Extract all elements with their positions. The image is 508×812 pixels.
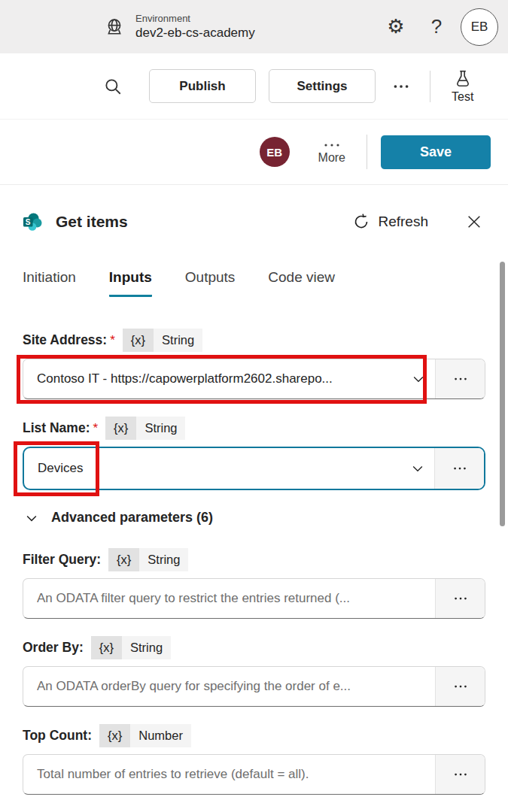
list-name-field (23, 447, 485, 490)
settings-button[interactable]: Settings (269, 69, 376, 103)
filter-query-input[interactable] (23, 579, 435, 618)
save-button[interactable]: Save (381, 135, 491, 169)
site-address-dropdown-button[interactable] (402, 359, 435, 398)
more-label: More (318, 151, 345, 165)
environment-label: Environment (135, 13, 255, 25)
actionbar-divider (367, 135, 367, 169)
top-count-menu-button[interactable] (435, 755, 485, 794)
publish-button[interactable]: Publish (149, 69, 256, 103)
toolbar-overflow-button[interactable] (385, 70, 418, 103)
list-name-required-asterisk: * (93, 421, 98, 436)
action-panel: S Get items Refresh (0, 185, 508, 812)
chevron-down-icon (410, 461, 425, 476)
tab-code-view[interactable]: Code view (268, 269, 335, 297)
test-button[interactable]: Test (452, 69, 473, 104)
order-by-field (23, 666, 485, 707)
tab-inputs[interactable]: Inputs (109, 269, 152, 297)
more-ellipsis-icon (323, 140, 341, 150)
environment-bar: Environment dev2-eb-cs-academy ⚙ ? EB (0, 0, 508, 53)
ellipsis-icon (452, 590, 469, 607)
toolbar-divider (430, 71, 430, 102)
order-by-menu-button[interactable] (435, 667, 485, 706)
dynamic-content-token-badge[interactable]: {x} (91, 636, 122, 659)
order-by-type-badge: String (122, 636, 171, 659)
dynamic-content-token-badge[interactable]: {x} (123, 329, 154, 352)
sharepoint-icon: S (23, 211, 44, 232)
top-count-field (23, 754, 485, 795)
chevron-down-icon (411, 371, 426, 386)
order-by-input[interactable] (23, 667, 435, 706)
svg-text:S: S (26, 218, 31, 226)
more-button[interactable]: More (318, 140, 345, 165)
tab-outputs[interactable]: Outputs (185, 269, 236, 297)
list-name-input[interactable] (24, 448, 401, 489)
search-button[interactable] (96, 70, 129, 103)
ellipsis-icon (452, 460, 468, 477)
advanced-parameters-toggle[interactable]: Advanced parameters (6) (24, 510, 485, 526)
site-address-label: Site Address: (23, 332, 107, 348)
tab-initiation[interactable]: Initiation (23, 269, 76, 297)
order-by-label: Order By: (23, 640, 84, 656)
refresh-label: Refresh (378, 214, 428, 230)
account-avatar[interactable]: EB (461, 8, 498, 46)
list-name-dropdown-button[interactable] (401, 448, 434, 489)
top-count-type-badge: Number (130, 724, 191, 747)
chevron-down-icon (24, 511, 39, 526)
test-label: Test (452, 90, 473, 104)
globe-icon (104, 17, 125, 38)
list-name-menu-button[interactable] (434, 448, 484, 489)
ellipsis-icon (391, 77, 411, 96)
panel-scrollbar[interactable] (500, 262, 505, 526)
top-count-input[interactable] (23, 755, 435, 794)
filter-query-type-badge: String (139, 548, 188, 571)
close-icon (466, 214, 482, 230)
filter-query-field (23, 578, 485, 619)
list-name-type-badge: String (136, 417, 185, 440)
panel-title: Get items (56, 213, 128, 231)
site-address-field (23, 359, 485, 399)
filter-query-menu-button[interactable] (435, 579, 485, 618)
question-icon: ? (431, 15, 442, 38)
dynamic-content-token-badge[interactable]: {x} (105, 417, 136, 440)
flow-action-bar: EB More Save (0, 120, 508, 185)
site-address-required-asterisk: * (110, 333, 115, 348)
list-name-label: List Name: (23, 420, 90, 436)
settings-gear-button[interactable]: ⚙ (379, 11, 412, 44)
help-button[interactable]: ? (420, 11, 453, 44)
close-panel-button[interactable] (463, 211, 485, 233)
site-address-menu-button[interactable] (435, 359, 485, 398)
gear-icon: ⚙ (387, 15, 404, 38)
collaborator-avatar[interactable]: EB (260, 137, 290, 167)
dynamic-content-token-badge[interactable]: {x} (99, 724, 130, 747)
advanced-parameters-label: Advanced parameters (6) (51, 510, 213, 526)
top-count-label: Top Count: (23, 728, 92, 744)
filter-query-label: Filter Query: (23, 552, 101, 568)
dynamic-content-token-badge[interactable]: {x} (108, 548, 139, 571)
site-address-type-badge: String (154, 329, 202, 352)
command-toolbar: Publish Settings Test (0, 53, 508, 120)
refresh-icon (352, 213, 370, 231)
ellipsis-icon (452, 678, 469, 695)
refresh-button[interactable]: Refresh (348, 212, 433, 232)
search-icon (103, 77, 123, 96)
panel-tabs: Initiation Inputs Outputs Code view (23, 269, 485, 297)
site-address-input[interactable] (23, 359, 402, 398)
beaker-icon (453, 69, 473, 89)
ellipsis-icon (452, 766, 469, 783)
environment-picker[interactable]: Environment dev2-eb-cs-academy (104, 13, 255, 41)
ellipsis-icon (452, 371, 469, 387)
environment-name: dev2-eb-cs-academy (135, 25, 255, 41)
